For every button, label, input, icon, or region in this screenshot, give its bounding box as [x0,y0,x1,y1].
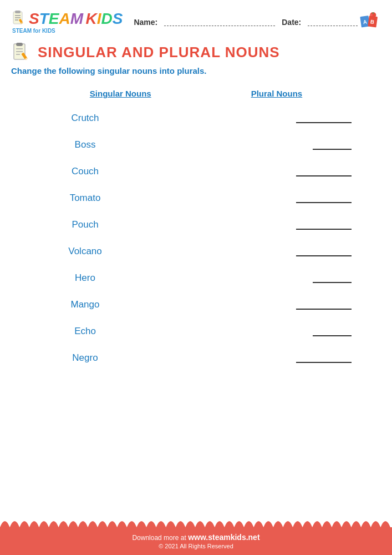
singular-word-0: Crutch [41,113,130,124]
title-pencil-icon [11,42,32,63]
answer-line-4 [296,220,352,230]
singular-word-7: Mango [41,299,130,310]
answer-line-2 [296,167,352,176]
singular-nouns-header: Singular Nouns [90,89,151,98]
logo-e: E [49,10,59,28]
logo-i: I [97,10,101,28]
singular-word-5: Volcano [41,246,130,257]
noun-row: Mango [41,291,352,318]
answer-line-3 [296,193,352,203]
name-date-area: Name: Date: [134,18,358,27]
title-section: SINGULAR AND PLURAL NOUNS [0,42,392,66]
logo-s2: S [113,10,123,28]
logo-s: S [29,10,39,28]
noun-row: Couch [41,158,352,185]
main-title: SINGULAR AND PLURAL NOUNS [38,44,280,61]
singular-word-2: Couch [41,166,130,177]
svg-point-13 [370,14,373,16]
logo-area: S T E A M K I D S STEAM for KIDS [11,10,123,34]
answer-line-1 [313,140,352,150]
singular-word-1: Boss [41,139,130,150]
logo-d: D [101,10,113,28]
noun-row: Echo [41,318,352,345]
logo-a: A [59,10,70,28]
ab-book-icon: A B [358,7,381,37]
answer-line-8 [313,326,352,336]
singular-word-6: Hero [41,273,130,284]
footer-download-text: Download more at www.steamkids.net [11,533,381,542]
columns-header: Singular Nouns Plural Nouns [0,84,392,103]
noun-row: Crutch [41,105,352,132]
nouns-container: CrutchBossCouchTomatoPouchVolcanoHeroMan… [0,105,392,371]
date-line [308,18,358,26]
singular-word-9: Negro [41,352,130,364]
answer-line-6 [313,273,352,283]
singular-word-8: Echo [41,326,130,337]
date-label: Date: [282,18,301,27]
noun-row: Volcano [41,238,352,265]
name-label: Name: [134,18,157,27]
noun-row: Pouch [41,211,352,238]
singular-word-3: Tomato [41,193,130,204]
scallop-border [0,515,392,527]
noun-row: Boss [41,132,352,158]
name-line [164,18,275,26]
logo-m: M [70,10,83,28]
svg-rect-15 [16,43,23,46]
logo-icon [11,10,27,26]
answer-line-9 [296,353,352,363]
footer: Download more at www.steamkids.net © 202… [0,527,392,555]
logo-subtitle: STEAM for KIDS [12,28,55,34]
subtitle: Change the following singular nouns into… [0,66,392,84]
header: S T E A M K I D S STEAM for KIDS Name: D… [0,0,392,42]
noun-row: Negro [41,345,352,371]
logo-k: K [86,10,97,28]
answer-line-5 [296,246,352,256]
svg-rect-12 [373,12,373,14]
footer-area: Download more at www.steamkids.net © 202… [0,515,392,555]
answer-line-7 [296,300,352,310]
logo: S T E A M K I D S [11,10,123,28]
singular-word-4: Pouch [41,219,130,230]
plural-nouns-header: Plural Nouns [251,89,303,98]
noun-row: Hero [41,265,352,291]
svg-rect-1 [15,11,21,13]
footer-url: www.steamkids.net [188,533,259,542]
answer-line-0 [296,113,352,123]
footer-copyright: © 2021 All Rights Reserved [11,543,381,549]
noun-row: Tomato [41,185,352,211]
logo-t: T [39,10,49,28]
